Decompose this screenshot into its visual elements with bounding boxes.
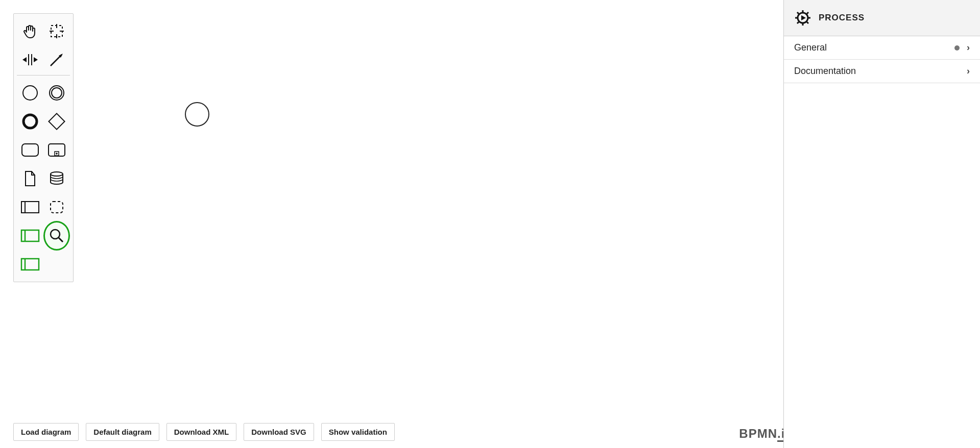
palette bbox=[13, 13, 74, 282]
start-event-shape[interactable] bbox=[185, 102, 209, 127]
search-tool[interactable] bbox=[43, 221, 70, 250]
svg-point-14 bbox=[23, 115, 37, 128]
properties-panel-title: PROCESS bbox=[819, 13, 865, 23]
bottom-toolbar: Load diagram Default diagram Download XM… bbox=[13, 423, 395, 441]
load-diagram-button[interactable]: Load diagram bbox=[13, 423, 79, 441]
svg-line-36 bbox=[797, 12, 799, 14]
create-subprocess[interactable] bbox=[43, 136, 70, 164]
palette-separator bbox=[17, 75, 70, 76]
lasso-icon bbox=[49, 23, 65, 39]
create-data-store[interactable] bbox=[43, 164, 70, 193]
process-icon bbox=[794, 9, 811, 27]
create-end-event[interactable] bbox=[17, 107, 43, 136]
svg-point-21 bbox=[51, 172, 63, 176]
subprocess-icon bbox=[47, 142, 66, 158]
svg-point-13 bbox=[52, 88, 62, 98]
data-object-icon bbox=[23, 170, 37, 187]
svg-marker-7 bbox=[22, 57, 27, 62]
create-task[interactable] bbox=[17, 136, 43, 164]
download-svg-button[interactable]: Download SVG bbox=[244, 423, 314, 441]
default-flow-icon bbox=[20, 258, 40, 271]
intermediate-event-icon bbox=[48, 84, 65, 102]
hand-icon bbox=[22, 23, 38, 39]
connect-icon bbox=[49, 52, 65, 68]
create-gateway[interactable] bbox=[43, 107, 70, 136]
svg-rect-25 bbox=[21, 230, 39, 241]
dot-indicator-icon bbox=[954, 45, 960, 51]
hand-tool[interactable] bbox=[17, 17, 43, 45]
svg-line-28 bbox=[59, 238, 63, 242]
create-participant[interactable] bbox=[17, 193, 43, 221]
create-group[interactable] bbox=[43, 193, 70, 221]
svg-rect-16 bbox=[22, 144, 38, 156]
section-label: General bbox=[794, 42, 827, 53]
space-tool[interactable] bbox=[17, 45, 43, 74]
chevron-right-icon: › bbox=[967, 42, 970, 53]
properties-panel-header: PROCESS bbox=[784, 0, 980, 36]
search-icon bbox=[49, 228, 65, 244]
create-data-object[interactable] bbox=[17, 164, 43, 193]
default-diagram-button[interactable]: Default diagram bbox=[86, 423, 159, 441]
create-default-flow[interactable] bbox=[17, 250, 43, 279]
conditional-flow-icon bbox=[20, 229, 40, 242]
section-label: Documentation bbox=[794, 66, 856, 77]
show-validation-button[interactable]: Show validation bbox=[321, 423, 395, 441]
data-store-icon bbox=[49, 171, 65, 186]
group-icon bbox=[49, 200, 64, 214]
svg-point-27 bbox=[51, 230, 60, 239]
create-conditional-flow[interactable] bbox=[17, 221, 43, 250]
gateway-icon bbox=[48, 113, 65, 130]
properties-section-general[interactable]: General › bbox=[784, 36, 980, 60]
end-event-icon bbox=[21, 113, 39, 130]
global-connect-tool[interactable] bbox=[43, 45, 70, 74]
participant-icon bbox=[20, 201, 40, 214]
svg-rect-22 bbox=[21, 202, 39, 213]
svg-rect-24 bbox=[51, 202, 63, 213]
palette-empty-cell bbox=[43, 250, 70, 279]
svg-rect-15 bbox=[49, 113, 64, 129]
start-event-icon bbox=[21, 84, 39, 102]
download-xml-button[interactable]: Download XML bbox=[166, 423, 237, 441]
create-start-event[interactable] bbox=[17, 79, 43, 107]
svg-point-11 bbox=[23, 86, 37, 100]
svg-marker-40 bbox=[801, 15, 806, 20]
svg-line-39 bbox=[807, 12, 808, 14]
properties-section-documentation[interactable]: Documentation › bbox=[784, 60, 980, 83]
svg-line-38 bbox=[797, 22, 799, 23]
chevron-right-icon: › bbox=[967, 66, 970, 77]
svg-rect-29 bbox=[21, 259, 39, 270]
properties-panel: PROCESS General › Documentation › bbox=[783, 0, 980, 448]
svg-marker-8 bbox=[34, 57, 38, 62]
lasso-tool[interactable] bbox=[43, 17, 70, 45]
create-intermediate-event[interactable] bbox=[43, 79, 70, 107]
task-icon bbox=[20, 142, 40, 158]
space-tool-icon bbox=[21, 53, 39, 67]
svg-line-37 bbox=[807, 22, 808, 23]
